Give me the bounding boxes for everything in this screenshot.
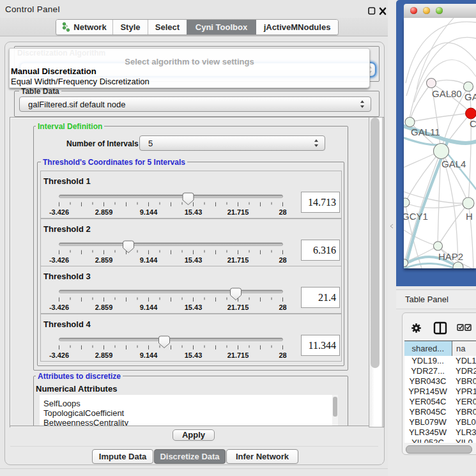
svg-text:21.715: 21.715	[227, 303, 249, 311]
svg-text:C: C	[470, 118, 476, 129]
svg-text:GCY1: GCY1	[404, 211, 428, 222]
svg-text:GAL80: GAL80	[432, 88, 462, 99]
svg-text:15.43: 15.43	[185, 208, 203, 216]
svg-text:9.144: 9.144	[140, 351, 158, 358]
svg-text:2.859: 2.859	[95, 303, 113, 311]
svg-text:9.144: 9.144	[140, 256, 158, 263]
svg-text:-3.426: -3.426	[49, 256, 69, 263]
svg-text:GAL4: GAL4	[441, 158, 466, 169]
svg-text:15.43: 15.43	[185, 303, 203, 311]
svg-text:28: 28	[279, 256, 286, 263]
svg-text:GAL11: GAL11	[411, 127, 440, 137]
svg-text:21.715: 21.715	[227, 208, 249, 216]
svg-text:-3.426: -3.426	[49, 303, 69, 311]
svg-text:-3.426: -3.426	[49, 351, 69, 358]
svg-text:15.43: 15.43	[185, 351, 203, 358]
svg-text:GA: GA	[464, 91, 476, 102]
svg-text:H: H	[466, 211, 473, 222]
svg-text:2.859: 2.859	[95, 351, 113, 358]
svg-text:21.715: 21.715	[227, 256, 249, 263]
svg-text:9.144: 9.144	[140, 303, 158, 311]
svg-text:HAP2: HAP2	[438, 251, 463, 262]
svg-text:2.859: 2.859	[95, 208, 113, 216]
svg-text:28: 28	[279, 351, 286, 358]
svg-text:28: 28	[279, 208, 286, 216]
svg-text:21.715: 21.715	[227, 351, 249, 358]
svg-text:-3.426: -3.426	[49, 208, 69, 216]
svg-text:2.859: 2.859	[95, 256, 113, 263]
svg-text:15.43: 15.43	[185, 256, 203, 263]
svg-text:28: 28	[279, 303, 286, 311]
svg-text:9.144: 9.144	[140, 208, 158, 216]
